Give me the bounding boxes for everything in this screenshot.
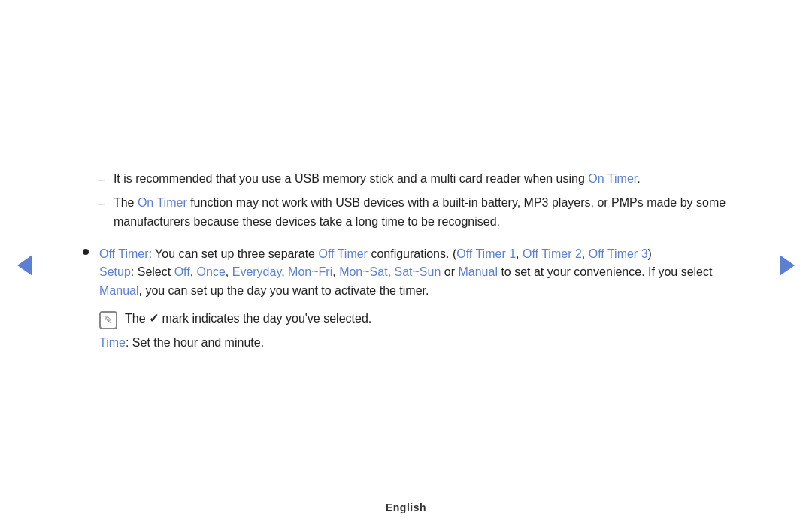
prev-page-button[interactable] bbox=[14, 254, 36, 277]
left-arrow-icon bbox=[17, 255, 32, 276]
time-line: Time: Set the hour and minute. bbox=[99, 334, 729, 353]
manual-option-1: Manual bbox=[458, 265, 497, 278]
footer-language: English bbox=[386, 501, 426, 513]
once-option: Once bbox=[197, 265, 226, 278]
bullet-list: Off Timer: You can set up three separate… bbox=[83, 245, 729, 353]
sub-item-text: It is recommended that you use a USB mem… bbox=[114, 170, 729, 189]
off-timer-2: Off Timer 2 bbox=[523, 247, 582, 260]
note-block: The ✓ mark indicates the day you've sele… bbox=[99, 310, 729, 329]
list-item: – It is recommended that you use a USB m… bbox=[98, 170, 729, 189]
on-timer-link-2: On Timer bbox=[138, 196, 187, 209]
off-timer-1: Off Timer 1 bbox=[456, 247, 516, 260]
setup-line: Setup: Select Off, Once, Everyday, Mon~F… bbox=[99, 263, 729, 301]
on-timer-link-1: On Timer bbox=[588, 172, 637, 185]
checkmark-icon: ✓ bbox=[149, 312, 159, 325]
sat-sun-option: Sat~Sun bbox=[395, 265, 441, 278]
off-timer-line1: Off Timer: You can set up three separate… bbox=[99, 245, 729, 264]
everyday-option: Everyday bbox=[232, 265, 282, 278]
setup-label: Setup bbox=[99, 265, 131, 278]
note-icon bbox=[99, 311, 117, 329]
time-label: Time bbox=[99, 336, 126, 349]
page-container: – It is recommended that you use a USB m… bbox=[0, 0, 812, 530]
dash-icon: – bbox=[98, 171, 105, 189]
bullet-dot bbox=[83, 249, 89, 255]
sub-list: – It is recommended that you use a USB m… bbox=[98, 170, 729, 231]
bullet-content: Off Timer: You can set up three separate… bbox=[99, 245, 729, 353]
off-timer-ref: Off Timer bbox=[318, 247, 368, 260]
manual-option-2: Manual bbox=[99, 284, 138, 297]
list-item: Off Timer: You can set up three separate… bbox=[83, 245, 729, 353]
off-option: Off bbox=[174, 265, 190, 278]
off-timer-3: Off Timer 3 bbox=[589, 247, 648, 260]
off-timer-label: Off Timer bbox=[99, 247, 149, 260]
list-item: – The On Timer function may not work wit… bbox=[98, 194, 729, 232]
note-text: The ✓ mark indicates the day you've sele… bbox=[125, 310, 729, 329]
mon-fri-option: Mon~Fri bbox=[288, 265, 332, 278]
mon-sat-option: Mon~Sat bbox=[339, 265, 387, 278]
dash-icon: – bbox=[98, 195, 105, 214]
right-arrow-icon bbox=[780, 255, 795, 276]
next-page-button[interactable] bbox=[776, 254, 798, 277]
content-area: – It is recommended that you use a USB m… bbox=[68, 155, 744, 375]
sub-item-text: The On Timer function may not work with … bbox=[114, 194, 729, 232]
